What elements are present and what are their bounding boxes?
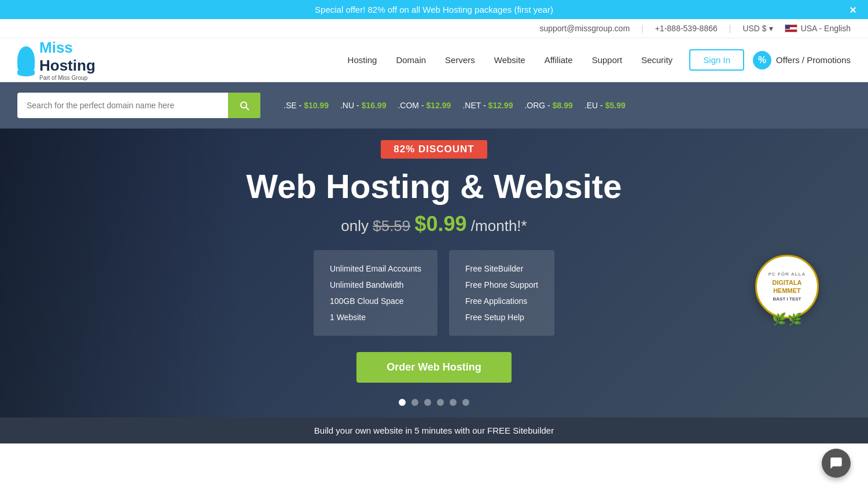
carousel-dot-5[interactable]: [450, 399, 457, 406]
domain-price-com: .COM - $12.99: [398, 101, 451, 110]
old-price: $5.59: [373, 217, 410, 234]
order-hosting-button[interactable]: Order Web Hosting: [356, 352, 512, 383]
laurel-left-icon: 🌿: [772, 312, 786, 326]
offers-label: Offers / Promotions: [776, 55, 851, 65]
laurel-right-icon: 🌿: [788, 312, 802, 326]
price-se: $10.99: [304, 101, 329, 110]
offers-button[interactable]: % Offers / Promotions: [753, 51, 851, 69]
hero-features: Unlimited Email Accounts Unlimited Bandw…: [247, 250, 622, 336]
price-nu: $16.99: [362, 101, 387, 110]
tld-eu: .EU -: [584, 101, 603, 110]
nav-domain[interactable]: Domain: [388, 50, 434, 69]
award-badge: PC FÖR ALLA DIGITALA HEMMET BÄST I TEST …: [752, 252, 822, 321]
nav-support[interactable]: Support: [584, 50, 631, 69]
logo-subtext: Part of Miss Group: [39, 75, 110, 81]
price-eu: $5.99: [605, 101, 626, 110]
separator-1: |: [641, 24, 643, 33]
nav-affiliate[interactable]: Affiliate: [536, 50, 581, 69]
logo-miss: Miss: [39, 39, 73, 56]
award-sub-text: BÄST I TEST: [773, 296, 801, 302]
support-email[interactable]: support@missgroup.com: [539, 24, 630, 33]
separator-2: |: [729, 24, 731, 33]
currency-selector[interactable]: USD $ ▾: [742, 24, 773, 33]
award-main-text: DIGITALA HEMMET: [763, 278, 811, 295]
carousel-dot-4[interactable]: [437, 399, 444, 406]
logo-hosting: Hosting: [39, 57, 95, 74]
carousel-dots: [247, 399, 622, 406]
domain-search-bar: .SE - $10.99 .NU - $16.99 .COM - $12.99 …: [0, 82, 868, 129]
sign-in-button[interactable]: Sign In: [689, 49, 744, 71]
logo-ghost-icon: [17, 46, 35, 74]
feature-3: 100GB Cloud Space: [330, 293, 421, 309]
utility-bar: support@missgroup.com | +1-888-539-8866 …: [0, 19, 868, 38]
domain-search-button[interactable]: [228, 93, 260, 118]
carousel-dot-1[interactable]: [399, 399, 406, 406]
locale-selector[interactable]: USA - English: [785, 24, 851, 33]
price-com: $12.99: [426, 101, 451, 110]
announcement-text: Special offer! 82% off on all Web Hostin…: [315, 5, 553, 14]
tld-nu: .NU -: [340, 101, 359, 110]
hero-woman-image: [0, 129, 243, 417]
currency-value: USD $: [742, 24, 766, 33]
close-announcement-button[interactable]: ×: [849, 3, 856, 16]
price-prefix: only: [341, 217, 369, 234]
support-phone[interactable]: +1-888-539-8866: [655, 24, 718, 33]
hero-price: only $5.59 $0.99 /month!*: [247, 212, 622, 236]
tld-net: .NET -: [462, 101, 486, 110]
award-top-text: PC FÖR ALLA: [768, 272, 806, 277]
hero-title: Web Hosting & Website: [247, 168, 622, 205]
domain-prices: .SE - $10.99 .NU - $16.99 .COM - $12.99 …: [284, 101, 626, 110]
feature-8: Free Setup Help: [465, 309, 538, 325]
discount-badge: 82% DISCOUNT: [381, 140, 487, 159]
search-icon: [238, 100, 250, 111]
nav-hosting[interactable]: Hosting: [340, 50, 385, 69]
domain-price-nu: .NU - $16.99: [340, 101, 387, 110]
domain-price-org: .ORG - $8.99: [524, 101, 572, 110]
announcement-bar: Special offer! 82% off on all Web Hostin…: [0, 0, 868, 19]
nav-servers[interactable]: Servers: [437, 50, 483, 69]
tld-se: .SE -: [284, 101, 301, 110]
feature-5: Free SiteBuilder: [465, 261, 538, 277]
award-circle: PC FÖR ALLA DIGITALA HEMMET BÄST I TEST: [755, 255, 819, 318]
feature-4: 1 Website: [330, 309, 421, 325]
search-input-area: [17, 93, 260, 118]
bottom-bar-text: Build your own website in 5 minutes with…: [314, 426, 554, 435]
carousel-dot-6[interactable]: [462, 399, 469, 406]
feature-7: Free Applications: [465, 293, 538, 309]
feature-2: Unlimited Bandwidth: [330, 277, 421, 293]
price-org: $8.99: [553, 101, 573, 110]
locale-value: USA - English: [801, 24, 851, 33]
domain-price-se: .SE - $10.99: [284, 101, 329, 110]
tld-com: .COM -: [398, 101, 424, 110]
award-laurels: 🌿 🌿: [772, 312, 802, 326]
main-nav: Miss Hosting Part of Miss Group Hosting …: [0, 38, 868, 82]
carousel-dot-3[interactable]: [424, 399, 431, 406]
new-price: $0.99: [415, 212, 467, 236]
feature-6: Free Phone Support: [465, 277, 538, 293]
nav-website[interactable]: Website: [486, 50, 534, 69]
logo-area[interactable]: Miss Hosting Part of Miss Group: [17, 44, 110, 76]
domain-search-input[interactable]: [17, 94, 228, 117]
carousel-dot-2[interactable]: [411, 399, 418, 406]
hero-features-left: Unlimited Email Accounts Unlimited Bandw…: [314, 250, 437, 336]
bottom-bar: Build your own website in 5 minutes with…: [0, 417, 868, 443]
domain-price-eu: .EU - $5.99: [584, 101, 626, 110]
price-suffix: /month!*: [471, 217, 527, 234]
logo-image: Miss Hosting Part of Miss Group: [17, 44, 110, 76]
tld-org: .ORG -: [524, 101, 550, 110]
nav-security[interactable]: Security: [633, 50, 681, 69]
hero-content: 82% DISCOUNT Web Hosting & Website only …: [235, 129, 634, 417]
hero-features-right: Free SiteBuilder Free Phone Support Free…: [449, 250, 554, 336]
flag-icon: [785, 24, 797, 32]
logo-text-area: Miss Hosting Part of Miss Group: [39, 39, 110, 81]
domain-price-net: .NET - $12.99: [462, 101, 513, 110]
currency-chevron-icon: ▾: [769, 24, 773, 33]
feature-1: Unlimited Email Accounts: [330, 261, 421, 277]
offers-percent-icon: %: [753, 51, 771, 69]
hero-section: 82% DISCOUNT Web Hosting & Website only …: [0, 129, 868, 417]
price-net: $12.99: [488, 101, 513, 110]
nav-links: Hosting Domain Servers Website Affiliate…: [340, 50, 681, 69]
